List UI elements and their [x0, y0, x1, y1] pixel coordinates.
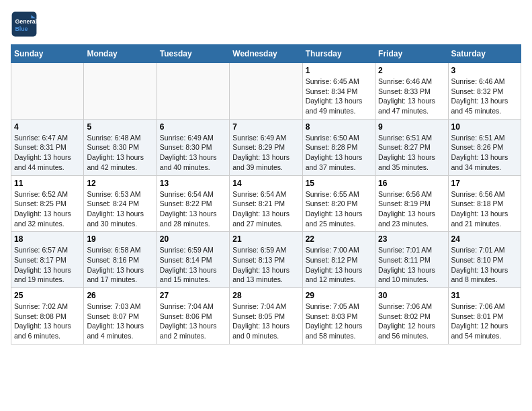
calendar-cell: 30Sunrise: 7:06 AM Sunset: 8:02 PM Dayli…	[375, 288, 448, 345]
calendar-cell	[84, 63, 157, 120]
day-number: 13	[160, 179, 226, 188]
day-info: Sunrise: 7:00 AM Sunset: 8:12 PM Dayligh…	[306, 245, 372, 285]
weekday-header-row: SundayMondayTuesdayWednesdayThursdayFrid…	[11, 45, 521, 63]
calendar-cell: 29Sunrise: 7:05 AM Sunset: 8:03 PM Dayli…	[302, 288, 375, 345]
day-number: 25	[14, 291, 81, 300]
calendar-cell: 25Sunrise: 7:02 AM Sunset: 8:08 PM Dayli…	[11, 288, 84, 345]
day-info: Sunrise: 7:04 AM Sunset: 8:06 PM Dayligh…	[160, 302, 226, 341]
calendar-cell: 3Sunrise: 6:46 AM Sunset: 8:32 PM Daylig…	[448, 63, 521, 120]
header: General Blue	[11, 11, 521, 38]
calendar-cell	[11, 63, 84, 120]
day-number: 29	[306, 291, 372, 300]
day-number: 6	[160, 122, 226, 132]
day-info: Sunrise: 6:50 AM Sunset: 8:28 PM Dayligh…	[306, 133, 372, 173]
calendar-cell: 26Sunrise: 7:03 AM Sunset: 8:07 PM Dayli…	[84, 288, 157, 345]
day-info: Sunrise: 6:49 AM Sunset: 8:29 PM Dayligh…	[232, 133, 299, 173]
day-number: 24	[451, 234, 518, 244]
calendar-cell: 20Sunrise: 6:59 AM Sunset: 8:14 PM Dayli…	[157, 232, 229, 288]
calendar-cell: 2Sunrise: 6:46 AM Sunset: 8:33 PM Daylig…	[375, 63, 448, 120]
day-info: Sunrise: 6:51 AM Sunset: 8:27 PM Dayligh…	[378, 133, 445, 173]
day-number: 20	[160, 234, 226, 244]
day-number: 1	[306, 66, 372, 75]
weekday-header-sunday: Sunday	[11, 45, 84, 63]
day-number: 18	[14, 234, 81, 244]
day-number: 31	[451, 291, 518, 300]
calendar-cell: 28Sunrise: 7:04 AM Sunset: 8:05 PM Dayli…	[230, 288, 302, 345]
day-info: Sunrise: 7:03 AM Sunset: 8:07 PM Dayligh…	[87, 302, 153, 341]
day-info: Sunrise: 6:59 AM Sunset: 8:13 PM Dayligh…	[232, 245, 299, 285]
day-info: Sunrise: 6:57 AM Sunset: 8:17 PM Dayligh…	[14, 245, 81, 285]
calendar-cell: 18Sunrise: 6:57 AM Sunset: 8:17 PM Dayli…	[11, 232, 84, 288]
calendar-cell: 12Sunrise: 6:53 AM Sunset: 8:24 PM Dayli…	[84, 175, 157, 232]
day-number: 17	[451, 179, 518, 188]
weekday-header-wednesday: Wednesday	[230, 45, 302, 63]
calendar-cell	[157, 63, 229, 120]
day-info: Sunrise: 7:06 AM Sunset: 8:01 PM Dayligh…	[451, 302, 518, 341]
calendar-cell: 27Sunrise: 7:04 AM Sunset: 8:06 PM Dayli…	[157, 288, 229, 345]
calendar-cell: 11Sunrise: 6:52 AM Sunset: 8:25 PM Dayli…	[11, 175, 84, 232]
weekday-header-thursday: Thursday	[302, 45, 375, 63]
day-info: Sunrise: 7:05 AM Sunset: 8:03 PM Dayligh…	[306, 302, 372, 341]
day-info: Sunrise: 6:56 AM Sunset: 8:18 PM Dayligh…	[451, 189, 518, 229]
day-info: Sunrise: 6:58 AM Sunset: 8:16 PM Dayligh…	[87, 245, 153, 285]
day-info: Sunrise: 7:01 AM Sunset: 8:10 PM Dayligh…	[451, 245, 518, 285]
weekday-header-friday: Friday	[375, 45, 448, 63]
calendar-cell: 17Sunrise: 6:56 AM Sunset: 8:18 PM Dayli…	[448, 175, 521, 232]
calendar-cell: 4Sunrise: 6:47 AM Sunset: 8:31 PM Daylig…	[11, 119, 84, 175]
day-info: Sunrise: 6:59 AM Sunset: 8:14 PM Dayligh…	[160, 245, 226, 285]
day-info: Sunrise: 6:46 AM Sunset: 8:32 PM Dayligh…	[451, 77, 518, 116]
day-number: 11	[14, 179, 81, 188]
day-number: 21	[232, 234, 299, 244]
day-number: 14	[232, 179, 299, 188]
svg-text:General: General	[15, 18, 37, 25]
day-number: 16	[378, 179, 445, 188]
weekday-header-monday: Monday	[84, 45, 157, 63]
day-number: 10	[451, 122, 518, 132]
calendar-cell: 5Sunrise: 6:48 AM Sunset: 8:30 PM Daylig…	[84, 119, 157, 175]
calendar-week-row: 4Sunrise: 6:47 AM Sunset: 8:31 PM Daylig…	[11, 119, 521, 175]
day-info: Sunrise: 6:55 AM Sunset: 8:20 PM Dayligh…	[306, 189, 372, 229]
day-info: Sunrise: 7:02 AM Sunset: 8:08 PM Dayligh…	[14, 302, 81, 341]
day-number: 5	[87, 122, 153, 132]
calendar-cell: 6Sunrise: 6:49 AM Sunset: 8:30 PM Daylig…	[157, 119, 229, 175]
day-info: Sunrise: 6:54 AM Sunset: 8:21 PM Dayligh…	[232, 189, 299, 229]
day-number: 3	[451, 66, 518, 75]
day-info: Sunrise: 6:45 AM Sunset: 8:34 PM Dayligh…	[306, 77, 372, 116]
calendar-cell: 7Sunrise: 6:49 AM Sunset: 8:29 PM Daylig…	[230, 119, 302, 175]
day-info: Sunrise: 6:53 AM Sunset: 8:24 PM Dayligh…	[87, 189, 153, 229]
calendar-cell: 16Sunrise: 6:56 AM Sunset: 8:19 PM Dayli…	[375, 175, 448, 232]
day-number: 15	[306, 179, 372, 188]
day-info: Sunrise: 6:49 AM Sunset: 8:30 PM Dayligh…	[160, 133, 226, 173]
day-number: 22	[306, 234, 372, 244]
calendar-cell: 13Sunrise: 6:54 AM Sunset: 8:22 PM Dayli…	[157, 175, 229, 232]
day-number: 19	[87, 234, 153, 244]
calendar-cell: 31Sunrise: 7:06 AM Sunset: 8:01 PM Dayli…	[448, 288, 521, 345]
weekday-header-tuesday: Tuesday	[157, 45, 229, 63]
day-info: Sunrise: 6:52 AM Sunset: 8:25 PM Dayligh…	[14, 189, 81, 229]
day-info: Sunrise: 6:51 AM Sunset: 8:26 PM Dayligh…	[451, 133, 518, 173]
day-number: 30	[378, 291, 445, 300]
day-number: 8	[306, 122, 372, 132]
day-number: 4	[14, 122, 81, 132]
day-number: 28	[232, 291, 299, 300]
calendar-week-row: 11Sunrise: 6:52 AM Sunset: 8:25 PM Dayli…	[11, 175, 521, 232]
logo: General Blue	[11, 11, 40, 38]
day-number: 7	[232, 122, 299, 132]
logo-icon: General Blue	[11, 11, 38, 38]
day-number: 23	[378, 234, 445, 244]
day-number: 26	[87, 291, 153, 300]
calendar-week-row: 1Sunrise: 6:45 AM Sunset: 8:34 PM Daylig…	[11, 63, 521, 120]
calendar-cell: 10Sunrise: 6:51 AM Sunset: 8:26 PM Dayli…	[448, 119, 521, 175]
day-info: Sunrise: 7:01 AM Sunset: 8:11 PM Dayligh…	[378, 245, 445, 285]
day-info: Sunrise: 6:47 AM Sunset: 8:31 PM Dayligh…	[14, 133, 81, 173]
day-info: Sunrise: 6:56 AM Sunset: 8:19 PM Dayligh…	[378, 189, 445, 229]
calendar-cell: 9Sunrise: 6:51 AM Sunset: 8:27 PM Daylig…	[375, 119, 448, 175]
day-number: 9	[378, 122, 445, 132]
calendar: SundayMondayTuesdayWednesdayThursdayFrid…	[11, 44, 521, 345]
svg-text:Blue: Blue	[15, 26, 28, 32]
calendar-cell: 8Sunrise: 6:50 AM Sunset: 8:28 PM Daylig…	[302, 119, 375, 175]
day-info: Sunrise: 7:06 AM Sunset: 8:02 PM Dayligh…	[378, 302, 445, 341]
calendar-cell: 24Sunrise: 7:01 AM Sunset: 8:10 PM Dayli…	[448, 232, 521, 288]
calendar-cell: 14Sunrise: 6:54 AM Sunset: 8:21 PM Dayli…	[230, 175, 302, 232]
day-info: Sunrise: 7:04 AM Sunset: 8:05 PM Dayligh…	[232, 302, 299, 341]
